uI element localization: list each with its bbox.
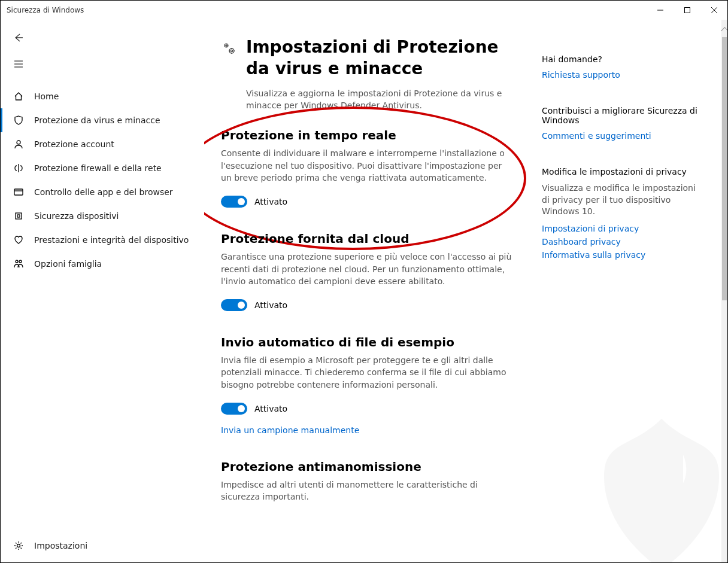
section-cloud: Protezione fornita dal cloud Garantisce … [221, 232, 524, 311]
svg-rect-10 [16, 213, 22, 219]
section-tamper: Protezione antimanomissione Impedisce ad… [221, 459, 524, 503]
nav-label: Opzioni famiglia [34, 259, 102, 269]
back-button[interactable] [7, 26, 31, 50]
section-title: Protezione antimanomissione [221, 459, 524, 474]
svg-point-14 [17, 544, 20, 547]
nav-item-app-browser[interactable]: Controllo delle app e del browser [1, 180, 204, 204]
maximize-button[interactable] [674, 1, 700, 20]
privacy-heading: Modifica le impostazioni di privacy [542, 167, 703, 176]
sample-toggle[interactable] [221, 403, 247, 415]
page-title: Impostazioni di Protezione da virus e mi… [246, 36, 524, 80]
nav-item-home[interactable]: Home [1, 84, 204, 108]
settings-icon [221, 40, 238, 57]
help-heading: Hai domande? [542, 54, 703, 64]
chip-icon [13, 210, 25, 222]
right-panel: Hai domande? Richiesta supporto Contribu… [536, 20, 721, 562]
person-icon [13, 138, 25, 150]
nav-item-device-security[interactable]: Sicurezza dispositivi [1, 204, 204, 228]
nav-item-account[interactable]: Protezione account [1, 132, 204, 156]
svg-rect-1 [684, 8, 690, 13]
nav-label: Protezione account [34, 139, 114, 149]
section-title: Protezione fornita dal cloud [221, 232, 524, 246]
scroll-up-icon [721, 27, 727, 35]
toggle-label: Attivato [254, 300, 287, 310]
privacy-dashboard-link[interactable]: Dashboard privacy [542, 237, 703, 246]
nav-label: Controllo delle app e del browser [34, 187, 173, 197]
feedback-link[interactable]: Commenti e suggerimenti [542, 131, 703, 141]
page-subtitle: Visualizza e aggiorna le impostazioni di… [246, 87, 524, 112]
svg-point-13 [19, 260, 22, 263]
section-title: Invio automatico di file di esempio [221, 335, 524, 349]
section-desc: Garantisce una protezione superiore e pi… [221, 251, 514, 287]
window-title: Sicurezza di Windows [7, 6, 84, 14]
network-icon [13, 162, 25, 174]
nav-item-health[interactable]: Prestazioni e integrità del dispositivo [1, 228, 204, 252]
nav-label: Impostazioni [34, 541, 87, 550]
gear-icon [13, 540, 25, 552]
svg-rect-11 [17, 215, 20, 217]
nav-item-family[interactable]: Opzioni famiglia [1, 252, 204, 276]
minimize-button[interactable] [647, 1, 674, 20]
help-link[interactable]: Richiesta supporto [542, 70, 703, 80]
nav-label: Protezione firewall e della rete [34, 163, 162, 173]
section-desc: Invia file di esempio a Microsoft per pr… [221, 354, 514, 391]
vertical-scrollbar[interactable] [721, 20, 727, 562]
toggle-label: Attivato [254, 404, 287, 413]
nav-label: Home [34, 92, 59, 101]
svg-point-12 [16, 260, 18, 263]
nav-label: Protezione da virus e minacce [34, 115, 160, 125]
nav-item-firewall[interactable]: Protezione firewall e della rete [1, 156, 204, 180]
section-sample: Invio automatico di file di esempio Invi… [221, 335, 524, 436]
heart-icon [13, 234, 25, 246]
svg-point-15 [226, 45, 227, 46]
realtime-toggle[interactable] [221, 196, 247, 208]
privacy-desc: Visualizza e modifica le impostazioni di… [542, 182, 703, 218]
titlebar: Sicurezza di Windows [1, 1, 727, 20]
nav-label: Prestazioni e integrità del dispositivo [34, 235, 189, 245]
svg-point-7 [17, 141, 20, 144]
section-title: Protezione in tempo reale [221, 128, 524, 142]
nav-item-settings[interactable]: Impostazioni [1, 534, 204, 558]
nav-label: Sicurezza dispositivi [34, 211, 119, 221]
toggle-label: Attivato [254, 197, 287, 206]
submit-sample-link[interactable]: Invia un campione manualmente [221, 425, 359, 435]
cloud-toggle[interactable] [221, 299, 247, 311]
privacy-notice-link[interactable]: Informativa sulla privacy [542, 250, 703, 260]
privacy-settings-link[interactable]: Impostazioni di privacy [542, 224, 703, 233]
hamburger-button[interactable] [7, 52, 31, 76]
svg-point-18 [229, 48, 234, 53]
section-desc: Impedisce ad altri utenti di manomettere… [221, 479, 514, 503]
main-content: Impostazioni di Protezione da virus e mi… [204, 20, 536, 562]
app-icon [13, 186, 25, 198]
svg-point-17 [230, 50, 232, 51]
svg-point-16 [225, 44, 228, 47]
family-icon [13, 258, 25, 270]
close-button[interactable] [700, 1, 727, 20]
scroll-thumb[interactable] [722, 37, 727, 300]
shield-icon [13, 114, 25, 126]
nav-item-virus[interactable]: Protezione da virus e minacce [1, 108, 204, 132]
section-realtime: Protezione in tempo reale Consente di in… [221, 128, 524, 208]
contribute-heading: Contribuisci a migliorare Sicurezza di W… [542, 106, 703, 125]
home-icon [13, 90, 25, 102]
section-desc: Consente di individuare il malware e int… [221, 147, 514, 184]
svg-rect-8 [14, 189, 23, 195]
sidebar: Home Protezione da virus e minacce Prote… [1, 20, 204, 562]
